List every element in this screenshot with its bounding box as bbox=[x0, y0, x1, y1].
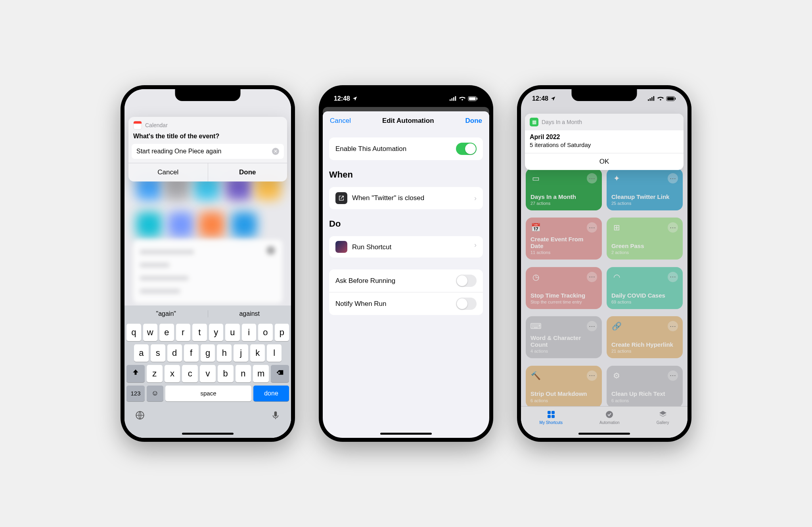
ok-button[interactable]: OK bbox=[525, 153, 684, 170]
cancel-button[interactable]: Cancel bbox=[128, 163, 208, 181]
chevron-right-icon: › bbox=[474, 241, 477, 249]
clock-check-icon bbox=[604, 410, 615, 419]
key-g[interactable]: g bbox=[201, 344, 215, 362]
key-r[interactable]: r bbox=[176, 324, 191, 341]
space-key[interactable]: space bbox=[165, 386, 251, 401]
numbers-key[interactable]: 123 bbox=[126, 386, 145, 401]
svg-rect-2 bbox=[450, 99, 451, 101]
home-indicator[interactable] bbox=[182, 433, 234, 435]
tile-menu-icon[interactable]: ⋯ bbox=[668, 370, 678, 381]
tab-gallery[interactable]: Gallery bbox=[657, 410, 669, 438]
enable-automation-toggle[interactable] bbox=[456, 143, 477, 155]
shift-key[interactable] bbox=[126, 365, 145, 382]
tile-subtitle: Stop the current time entry bbox=[530, 300, 597, 304]
tile-menu-icon[interactable]: ⋯ bbox=[668, 321, 678, 331]
when-text: When "Twitter" is closed bbox=[352, 194, 471, 202]
shortcut-tile[interactable]: ◠ ⋯ Daily COVID Cases 69 actions bbox=[607, 267, 683, 309]
key-s[interactable]: s bbox=[151, 344, 165, 362]
shortcut-tile[interactable]: ⚙ ⋯ Clean Up Rich Text 6 actions bbox=[607, 366, 683, 408]
key-y[interactable]: y bbox=[209, 324, 224, 341]
tile-menu-icon[interactable]: ⋯ bbox=[668, 222, 678, 233]
nav-title: Edit Automation bbox=[382, 117, 434, 125]
shortcut-tile[interactable]: 📅 ⋯ Create Event From Date 11 actions bbox=[526, 218, 602, 260]
banner-app-name: Days In a Month bbox=[542, 119, 582, 125]
notch bbox=[175, 89, 241, 101]
tile-name: Green Pass bbox=[611, 242, 678, 249]
tile-menu-icon[interactable]: ⋯ bbox=[587, 173, 597, 183]
suggestion-2[interactable]: against bbox=[208, 310, 291, 317]
svg-rect-5 bbox=[455, 96, 456, 101]
key-h[interactable]: h bbox=[217, 344, 232, 362]
blurred-form bbox=[133, 240, 282, 303]
tile-menu-icon[interactable]: ⋯ bbox=[668, 272, 678, 282]
keyboard-done-key[interactable]: done bbox=[253, 386, 289, 401]
section-when: When bbox=[329, 170, 483, 180]
ask-for-input-dialog: Calendar What's the title of the event? … bbox=[128, 117, 287, 181]
grid-icon bbox=[546, 410, 556, 419]
done-button[interactable]: Done bbox=[465, 117, 483, 125]
key-o[interactable]: o bbox=[258, 324, 273, 341]
key-m[interactable]: m bbox=[253, 365, 269, 382]
phone-shortcuts-grid: 12:48 ▭ ⋯ Days In a Month 27 actions ✦ ⋯… bbox=[517, 85, 691, 442]
tile-name: Strip Out Markdown bbox=[530, 390, 597, 397]
notify-toggle[interactable] bbox=[456, 298, 477, 310]
key-x[interactable]: x bbox=[165, 365, 180, 382]
key-q[interactable]: q bbox=[126, 324, 141, 341]
key-b[interactable]: b bbox=[218, 365, 234, 382]
key-l[interactable]: l bbox=[267, 344, 282, 362]
shortcut-tile[interactable]: ✦ ⋯ Cleanup Twitter Link 25 actions bbox=[607, 168, 683, 210]
key-i[interactable]: i bbox=[242, 324, 257, 341]
home-indicator[interactable] bbox=[578, 433, 630, 435]
emoji-key[interactable]: ☺ bbox=[147, 386, 163, 401]
shortcut-tile[interactable]: ◷ ⋯ Stop Time Tracking Stop the current … bbox=[526, 267, 602, 309]
key-k[interactable]: k bbox=[250, 344, 265, 362]
tile-menu-icon[interactable]: ⋯ bbox=[587, 321, 597, 331]
shortcut-tile[interactable]: ⊞ ⋯ Green Pass 2 actions bbox=[607, 218, 683, 260]
svg-rect-19 bbox=[552, 415, 555, 418]
shortcut-tile[interactable]: 🔨 ⋯ Strip Out Markdown 6 actions bbox=[526, 366, 602, 408]
shortcut-tile[interactable]: 🔗 ⋯ Create Rich Hyperlink 21 actions bbox=[607, 316, 683, 358]
ios-keyboard: "again" against qwertyuiop asdfghjkl zxc… bbox=[124, 306, 291, 438]
key-p[interactable]: p bbox=[275, 324, 289, 341]
tile-name: Daily COVID Cases bbox=[611, 292, 678, 299]
tile-menu-icon[interactable]: ⋯ bbox=[587, 272, 597, 282]
wand-icon: ✦ bbox=[611, 173, 622, 183]
key-f[interactable]: f bbox=[184, 344, 199, 362]
stack-icon bbox=[658, 410, 668, 419]
key-n[interactable]: n bbox=[236, 365, 251, 382]
do-action-row[interactable]: Run Shortcut › bbox=[329, 236, 483, 258]
svg-rect-3 bbox=[452, 98, 453, 101]
key-e[interactable]: e bbox=[159, 324, 174, 341]
home-indicator[interactable] bbox=[380, 433, 432, 435]
event-title-input[interactable] bbox=[136, 148, 272, 155]
tab-my-shortcuts[interactable]: My Shortcuts bbox=[540, 410, 563, 438]
tile-subtitle: 6 actions bbox=[530, 398, 597, 403]
tile-menu-icon[interactable]: ⋯ bbox=[587, 222, 597, 233]
key-j[interactable]: j bbox=[234, 344, 248, 362]
when-trigger-row[interactable]: When "Twitter" is closed › bbox=[329, 187, 483, 209]
done-button[interactable]: Done bbox=[208, 163, 287, 181]
battery-icon bbox=[468, 96, 478, 101]
key-a[interactable]: a bbox=[134, 344, 149, 362]
key-w[interactable]: w bbox=[143, 324, 158, 341]
tile-menu-icon[interactable]: ⋯ bbox=[587, 370, 597, 381]
ask-before-toggle[interactable] bbox=[456, 275, 477, 287]
key-u[interactable]: u bbox=[225, 324, 240, 341]
cancel-button[interactable]: Cancel bbox=[330, 117, 351, 125]
key-z[interactable]: z bbox=[147, 365, 163, 382]
suggestion-1[interactable]: "again" bbox=[124, 310, 208, 317]
key-v[interactable]: v bbox=[200, 365, 216, 382]
shortcut-tile[interactable]: ▭ ⋯ Days In a Month 27 actions bbox=[526, 168, 602, 210]
key-d[interactable]: d bbox=[167, 344, 182, 362]
notify-label: Notify When Run bbox=[335, 300, 456, 308]
backspace-key[interactable] bbox=[271, 365, 289, 382]
key-c[interactable]: c bbox=[182, 365, 198, 382]
svg-rect-17 bbox=[552, 411, 555, 414]
globe-icon[interactable] bbox=[135, 410, 145, 422]
clear-text-icon[interactable]: ✕ bbox=[272, 148, 279, 155]
shortcut-tile[interactable]: ⌨ ⋯ Word & Character Count 4 actions bbox=[526, 316, 602, 358]
tile-subtitle: 6 actions bbox=[611, 398, 678, 403]
tile-menu-icon[interactable]: ⋯ bbox=[668, 173, 678, 183]
mic-icon[interactable] bbox=[270, 410, 281, 422]
key-t[interactable]: t bbox=[192, 324, 207, 341]
